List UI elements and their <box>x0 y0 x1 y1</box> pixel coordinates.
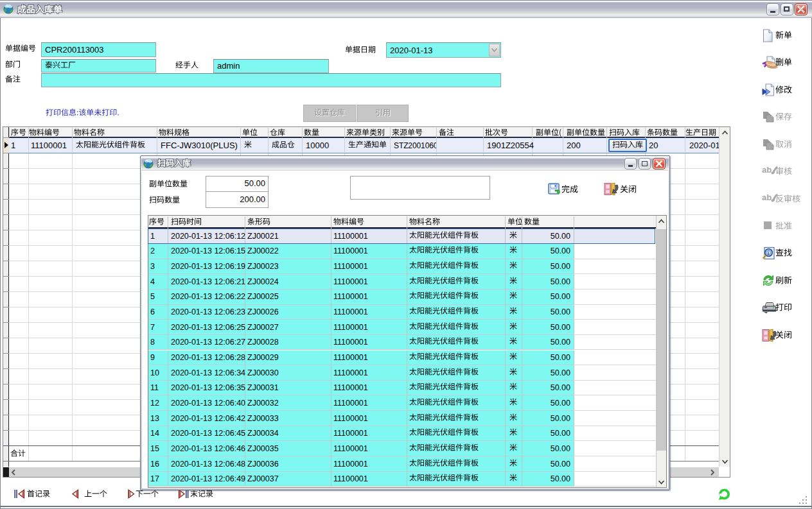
svg-text:ab: ab <box>762 193 772 202</box>
svg-text:ab: ab <box>762 165 772 175</box>
